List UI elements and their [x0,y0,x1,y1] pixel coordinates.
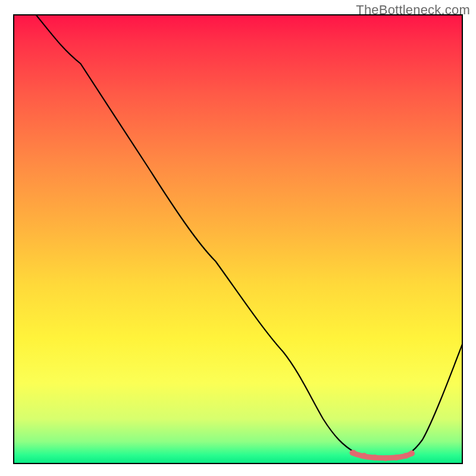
optimal-region-highlight [352,453,411,458]
chart-container: TheBottleneck.com [0,0,476,476]
svg-point-0 [350,450,356,456]
chart-svg [13,14,463,464]
svg-point-2 [372,455,378,461]
bottleneck-curve [36,14,463,458]
svg-point-6 [409,450,415,456]
svg-point-1 [361,453,367,459]
svg-point-5 [403,453,409,459]
watermark-text: TheBottleneck.com [356,2,470,18]
svg-point-3 [383,455,389,461]
plot-area [13,14,463,464]
svg-point-4 [393,455,399,461]
